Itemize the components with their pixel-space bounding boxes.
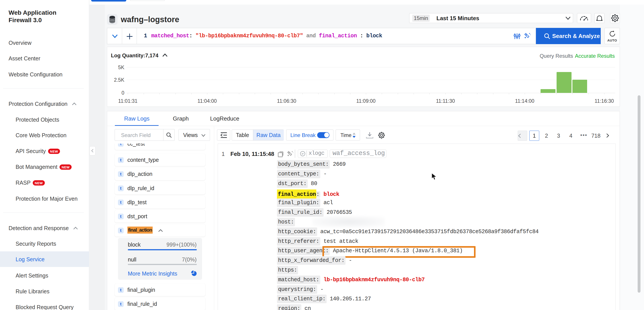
svg-text:IP: IP (302, 153, 304, 155)
